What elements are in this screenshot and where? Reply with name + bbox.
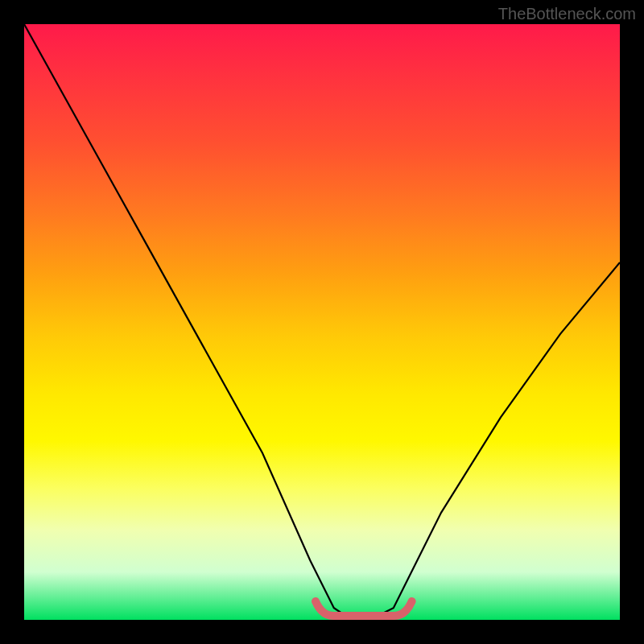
curve-left-branch [24, 24, 352, 620]
flat-minimum-highlight [316, 601, 412, 616]
curve-right-branch [369, 262, 620, 620]
bottleneck-curve-svg [24, 24, 620, 620]
watermark-text: TheBottleneck.com [498, 5, 636, 23]
chart-plot-area [24, 24, 620, 620]
